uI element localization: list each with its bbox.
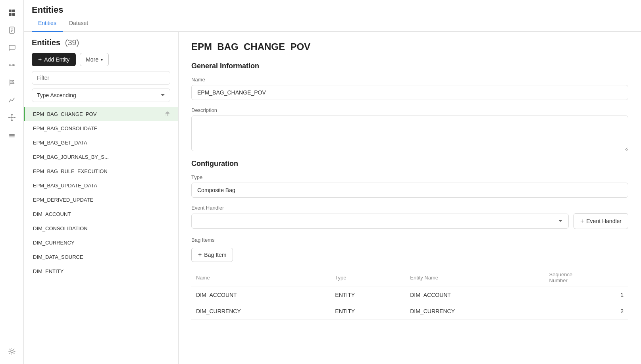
col-entity-name: Entity Name bbox=[405, 268, 544, 287]
svg-point-14 bbox=[8, 117, 10, 118]
sort-select[interactable]: Type Ascending Type Descending Name Asce… bbox=[32, 89, 170, 102]
config-heading: Configuration bbox=[191, 160, 628, 168]
chat-icon[interactable] bbox=[4, 40, 20, 56]
page-title: Entities bbox=[32, 5, 63, 15]
list-item[interactable]: DIM_ENTITY 🗑 bbox=[24, 264, 178, 278]
type-field[interactable] bbox=[191, 183, 628, 198]
tab-dataset[interactable]: Dataset bbox=[63, 15, 94, 32]
transform-icon[interactable] bbox=[4, 57, 20, 73]
filter-input[interactable] bbox=[32, 71, 170, 85]
svg-point-13 bbox=[11, 119, 13, 121]
plus-icon-event: + bbox=[580, 218, 584, 225]
list-item[interactable]: EPM_BAG_CHANGE_POV 🗑 bbox=[24, 107, 178, 121]
svg-rect-3 bbox=[12, 13, 15, 16]
description-label: Description bbox=[191, 107, 628, 113]
chevron-down-icon: ▾ bbox=[101, 58, 103, 62]
flag-icon[interactable] bbox=[4, 75, 20, 91]
cell-type: ENTITY bbox=[330, 303, 405, 320]
cell-sequence: 2 bbox=[545, 303, 628, 320]
main-container: Entities Entities Dataset Entities (39) … bbox=[24, 0, 641, 364]
general-info-heading: General Information bbox=[191, 62, 628, 70]
col-type: Type bbox=[330, 268, 405, 287]
table-row: DIM_ACCOUNT ENTITY DIM_ACCOUNT 1 bbox=[191, 287, 628, 303]
list-item[interactable]: EPM_BAG_JOURNALS_BY_S... 🗑 bbox=[24, 150, 178, 164]
event-handler-select[interactable] bbox=[191, 214, 569, 229]
add-entity-button[interactable]: + Add Entity bbox=[32, 53, 76, 66]
svg-rect-20 bbox=[9, 134, 15, 135]
name-field[interactable] bbox=[191, 85, 628, 100]
plus-icon-bag: + bbox=[198, 251, 202, 258]
svg-rect-2 bbox=[9, 13, 12, 16]
type-label: Type bbox=[191, 174, 628, 180]
cell-entity-name: DIM_ACCOUNT bbox=[405, 287, 544, 303]
description-field[interactable] bbox=[191, 116, 628, 151]
svg-point-12 bbox=[11, 114, 13, 116]
list-item[interactable]: DIM_CURRENCY 🗑 bbox=[24, 235, 178, 250]
settings-icon[interactable] bbox=[4, 343, 20, 359]
event-handler-label: Event Handler bbox=[191, 205, 628, 211]
plus-icon: + bbox=[38, 56, 42, 63]
svg-point-11 bbox=[11, 117, 13, 118]
name-label: Name bbox=[191, 77, 628, 83]
top-tabs: Entities Dataset bbox=[24, 15, 641, 32]
right-panel: EPM_BAG_CHANGE_POV General Information N… bbox=[179, 32, 641, 364]
network-icon[interactable] bbox=[4, 110, 20, 125]
delete-icon[interactable]: 🗑 bbox=[165, 111, 170, 117]
more-button[interactable]: More ▾ bbox=[80, 53, 109, 66]
cell-name: DIM_CURRENCY bbox=[191, 303, 330, 320]
list-item[interactable]: EPM_BAG_UPDATE_DATA 🗑 bbox=[24, 178, 178, 193]
list-item[interactable]: DIM_DATA_SOURCE 🗑 bbox=[24, 250, 178, 264]
left-panel-header: Entities (39) + Add Entity More ▾ Type A… bbox=[24, 32, 178, 107]
home-icon[interactable] bbox=[4, 5, 20, 21]
cell-name: DIM_ACCOUNT bbox=[191, 287, 330, 303]
svg-rect-0 bbox=[9, 10, 12, 12]
cell-type: ENTITY bbox=[330, 287, 405, 303]
col-name: Name bbox=[191, 268, 330, 287]
table-row: DIM_CURRENCY ENTITY DIM_CURRENCY 2 bbox=[191, 303, 628, 320]
svg-rect-21 bbox=[9, 135, 15, 136]
chart-icon[interactable] bbox=[4, 92, 20, 108]
list-item[interactable]: EPM_DERIVED_UPDATE 🗑 bbox=[24, 193, 178, 207]
svg-rect-22 bbox=[9, 137, 15, 137]
svg-point-15 bbox=[14, 117, 15, 118]
configuration-section: Configuration Type Event Handler + Event… bbox=[191, 160, 628, 229]
add-bag-item-button[interactable]: + Bag Item bbox=[191, 248, 233, 262]
document-icon[interactable] bbox=[4, 22, 20, 38]
entity-list: EPM_BAG_CHANGE_POV 🗑 EPM_BAG_CONSOLIDATE… bbox=[24, 107, 178, 364]
bag-items-table: Name Type Entity Name SequenceNumber DIM… bbox=[191, 268, 628, 320]
panel-title: Entities (39) bbox=[32, 38, 170, 47]
tab-entities[interactable]: Entities bbox=[32, 15, 63, 32]
svg-rect-1 bbox=[12, 10, 15, 12]
bag-items-label: Bag Items bbox=[191, 237, 628, 243]
cell-sequence: 1 bbox=[545, 287, 628, 303]
general-info-section: General Information Name Description bbox=[191, 62, 628, 160]
cell-entity-name: DIM_CURRENCY bbox=[405, 303, 544, 320]
list-item[interactable]: EPM_BAG_CONSOLIDATE 🗑 bbox=[24, 121, 178, 135]
left-panel: Entities (39) + Add Entity More ▾ Type A… bbox=[24, 32, 179, 364]
page-header: Entities bbox=[24, 0, 641, 15]
bag-items-section: Bag Items + Bag Item Name Type Entity Na… bbox=[191, 237, 628, 320]
panel-actions: + Add Entity More ▾ bbox=[32, 53, 170, 66]
layers-icon[interactable] bbox=[4, 127, 20, 143]
add-event-handler-button[interactable]: + Event Handler bbox=[574, 213, 628, 229]
sidebar-nav bbox=[0, 0, 24, 364]
content-area: Entities (39) + Add Entity More ▾ Type A… bbox=[24, 32, 641, 364]
list-item[interactable]: DIM_CONSOLIDATION 🗑 bbox=[24, 221, 178, 235]
list-item[interactable]: EPM_BAG_GET_DATA 🗑 bbox=[24, 135, 178, 150]
event-handler-row: + Event Handler bbox=[191, 213, 628, 229]
svg-point-23 bbox=[11, 350, 13, 352]
col-sequence: SequenceNumber bbox=[545, 268, 628, 287]
entity-detail-title: EPM_BAG_CHANGE_POV bbox=[191, 41, 628, 52]
list-item[interactable]: EPM_BAG_RULE_EXECUTION 🗑 bbox=[24, 164, 178, 178]
list-item[interactable]: DIM_ACCOUNT 🗑 bbox=[24, 207, 178, 221]
